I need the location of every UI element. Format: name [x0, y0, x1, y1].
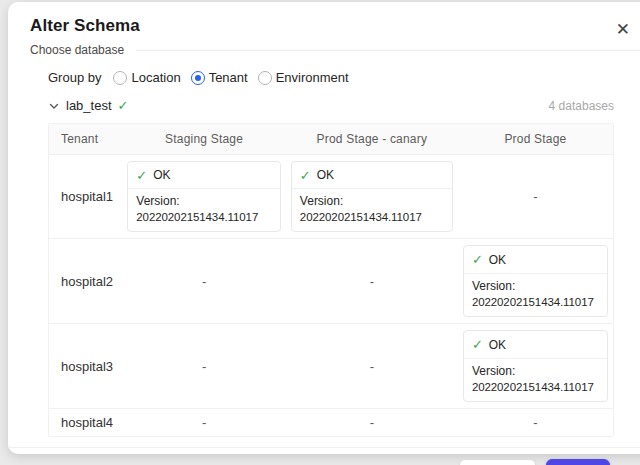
modal-footer: Cancel Next — [8, 448, 640, 465]
status-card[interactable]: ✓ OK Version: 20220202151434.11017 — [463, 330, 608, 402]
version-value: 20220202151434.11017 — [300, 210, 444, 225]
radio-unselected-icon — [113, 71, 127, 85]
empty-cell: - — [286, 324, 458, 409]
database-group-row: lab_test ✓ 4 databases — [48, 98, 614, 113]
version-label: Version: — [136, 194, 272, 210]
version-label: Version: — [472, 364, 599, 380]
radio-location[interactable]: Location — [113, 70, 180, 85]
empty-cell: - — [286, 239, 458, 324]
empty-cell: - — [122, 239, 286, 324]
empty-cell: - — [286, 409, 458, 437]
column-header-staging: Staging Stage — [122, 124, 286, 154]
tenant-cell: hospital3 — [49, 324, 122, 409]
check-icon: ✓ — [472, 252, 483, 269]
page-title: Alter Schema — [30, 16, 630, 36]
check-icon: ✓ — [118, 98, 129, 113]
status-label: OK — [153, 168, 170, 184]
empty-cell: - — [122, 324, 286, 409]
alter-schema-modal: Alter Schema ✕ Choose database Group by … — [8, 2, 640, 454]
column-header-canary: Prod Stage - canary — [286, 124, 458, 154]
tenant-cell: hospital2 — [49, 239, 122, 324]
radio-label: Environment — [276, 70, 349, 85]
subtitle-divider: Choose database — [30, 43, 640, 57]
check-icon: ✓ — [300, 168, 311, 185]
group-name: lab_test — [66, 98, 112, 113]
divider-line — [136, 50, 640, 51]
group-toggle-lab-test[interactable]: lab_test ✓ — [48, 98, 128, 113]
modal-header: Alter Schema ✕ — [8, 16, 640, 36]
radio-label: Tenant — [209, 70, 248, 85]
table-row: hospital1 ✓ OK Version: 20220202151434.1… — [49, 154, 613, 239]
radio-tenant[interactable]: Tenant — [191, 70, 248, 85]
version-value: 20220202151434.11017 — [136, 210, 272, 225]
check-icon: ✓ — [472, 337, 483, 354]
version-value: 20220202151434.11017 — [472, 295, 599, 310]
check-icon: ✓ — [136, 168, 147, 185]
next-button[interactable]: Next — [546, 459, 610, 465]
table-header-row: Tenant Staging Stage Prod Stage - canary… — [49, 124, 613, 154]
status-card[interactable]: ✓ OK Version: 20220202151434.11017 — [463, 245, 608, 317]
radio-selected-icon — [191, 71, 205, 85]
column-header-tenant: Tenant — [49, 124, 122, 154]
version-label: Version: — [300, 194, 444, 210]
modal-subtitle: Choose database — [30, 43, 124, 57]
table-row: hospital2 - - ✓ OK Version: 202202021514… — [49, 239, 613, 324]
status-card[interactable]: ✓ OK Version: 20220202151434.11017 — [127, 161, 281, 233]
tenant-cell: hospital4 — [49, 409, 122, 437]
radio-environment[interactable]: Environment — [258, 70, 349, 85]
column-header-prod: Prod Stage — [458, 124, 613, 154]
databases-table: Tenant Staging Stage Prod Stage - canary… — [48, 123, 614, 437]
table-row: hospital4 - - - — [49, 409, 613, 437]
database-count: 4 databases — [549, 99, 614, 113]
radio-unselected-icon — [258, 71, 272, 85]
chevron-down-icon — [48, 100, 60, 112]
empty-cell: - — [458, 409, 613, 437]
group-by-label: Group by — [48, 70, 101, 85]
status-label: OK — [489, 253, 506, 269]
empty-cell: - — [122, 409, 286, 437]
table-row: hospital3 - - ✓ OK Version: 202202021514… — [49, 324, 613, 409]
group-by-radio-group: Group by Location Tenant Environment — [48, 70, 640, 85]
tenant-cell: hospital1 — [49, 154, 122, 239]
cancel-button[interactable]: Cancel — [459, 459, 535, 465]
empty-cell: - — [458, 154, 613, 239]
close-icon[interactable]: ✕ — [612, 17, 634, 42]
version-value: 20220202151434.11017 — [472, 380, 599, 395]
status-label: OK — [489, 338, 506, 354]
status-card[interactable]: ✓ OK Version: 20220202151434.11017 — [291, 161, 453, 233]
status-label: OK — [317, 168, 334, 184]
version-label: Version: — [472, 279, 599, 295]
radio-label: Location — [131, 70, 180, 85]
